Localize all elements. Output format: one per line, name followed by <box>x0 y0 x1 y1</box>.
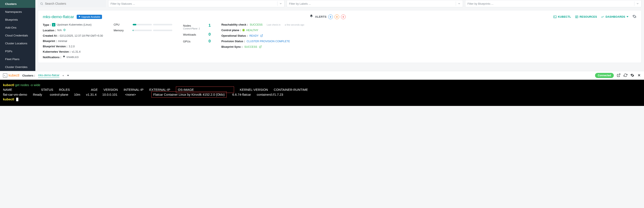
workloads-value: 0 <box>208 32 211 37</box>
cell-age: 10m <box>74 93 80 96</box>
svg-rect-2 <box>554 16 556 18</box>
k8s-version-value: v1.31.4 <box>72 50 80 53</box>
sidebar-item-cluster-overrides[interactable]: Cluster Overrides <box>0 63 35 71</box>
location-value: N/A <box>57 29 62 32</box>
type-value: Upstream Kubernetes (Linux) <box>57 23 91 26</box>
sidebar-item-cloud-credentials[interactable]: Cloud Credentials <box>0 32 35 40</box>
caret-down-icon[interactable] <box>67 75 69 77</box>
settings-button[interactable] <box>632 14 636 19</box>
settings-button[interactable] <box>630 73 634 78</box>
crosshair-icon[interactable] <box>63 29 66 32</box>
cluster-card: mks-demo-flatcar Upgrade Available ALERT… <box>38 10 642 63</box>
resources-button[interactable]: RESOURCES <box>575 15 597 19</box>
sidebar-item-addons[interactable]: Add-Ons <box>0 24 35 32</box>
terminal[interactable]: kubectl get nodes -o wide NAME STATUS RO… <box>0 80 644 106</box>
resources-button-label: RESOURCES <box>580 15 597 18</box>
cpu-bar <box>133 24 152 25</box>
terminal-prompt: kubectl <box>3 83 14 87</box>
filter-blueprints-label: Filter by Blueprints ... <box>468 2 494 5</box>
sidebar-item-namespaces[interactable]: Namespaces <box>0 8 35 16</box>
memory-track <box>153 30 172 31</box>
col-runtime: CONTAINER-RUNTIME <box>274 88 308 91</box>
filter-statuses[interactable]: Filter by Statuses ... <box>108 0 284 7</box>
alerts-warn-count[interactable]: 0 <box>334 15 339 19</box>
cluster-selector[interactable]: mks-demo-flatcar <box>38 74 60 77</box>
bell-icon <box>78 16 80 18</box>
chart-icon <box>601 15 604 19</box>
external-link-icon[interactable] <box>260 34 263 37</box>
sidebar-item-blueprints[interactable]: Blueprints <box>0 16 35 24</box>
refresh-button[interactable] <box>624 73 628 78</box>
filter-labels-label: Filter by Labels ... <box>289 2 311 5</box>
close-button[interactable] <box>637 73 641 78</box>
sidebar: Clusters Namespaces Blueprints Add-Ons C… <box>0 0 35 71</box>
col-intip: INTERNAL-IP <box>124 88 143 91</box>
gpus-value: 0 <box>208 39 211 44</box>
filter-labels[interactable]: Filter by Labels ... <box>287 0 463 7</box>
cell-extip: <none> <box>125 93 136 96</box>
sidebar-item-clusters[interactable]: Clusters <box>0 0 35 8</box>
chevron-down-icon <box>458 2 461 5</box>
cluster-name[interactable]: mks-demo-flatcar <box>43 15 74 19</box>
col-version: VERSION <box>104 88 118 91</box>
svg-point-0 <box>41 3 42 5</box>
connected-badge: Connected <box>595 73 614 78</box>
sidebar-item-fleet-plans[interactable]: Fleet Plans <box>0 55 35 63</box>
terminal-command: get nodes -o wide <box>14 83 40 87</box>
sync-value: SUCCESS <box>244 45 257 48</box>
dashboards-button-label: DASHBOARDS <box>606 15 625 18</box>
terminal-cursor <box>16 98 18 101</box>
usage-column: CPU Memory <box>114 23 172 59</box>
external-link-icon[interactable] <box>259 45 262 48</box>
location-label: Location : <box>43 29 56 32</box>
created-label: Created At : <box>43 34 58 37</box>
upgrade-available-badge[interactable]: Upgrade Available <box>77 15 102 19</box>
chevron-down-icon <box>279 2 282 5</box>
filter-statuses-label: Filter by Statuses ... <box>110 2 135 5</box>
reach-sub2: a few seconds ago <box>285 24 304 26</box>
kubectl-brand-text: kubectl <box>8 74 20 77</box>
col-name: NAME <box>3 88 12 91</box>
filter-blueprints[interactable]: Filter by Blueprints ... <box>465 0 642 7</box>
nodes-label: Nodes <box>183 24 200 27</box>
sidebar-item-cluster-locations[interactable]: Cluster Locations <box>0 40 35 47</box>
cell-runtime: containerd://1.7.23 <box>256 93 283 96</box>
bp-version-label: Blueprint Version : <box>43 45 68 48</box>
add-cluster-button[interactable]: + <box>62 74 64 77</box>
chevron-down-icon <box>636 2 639 5</box>
search-clusters[interactable] <box>38 0 106 7</box>
alerts-crit-count[interactable]: 0 <box>341 15 346 19</box>
workloads-label: Workloads <box>183 33 196 36</box>
notifications-value: ENABLED <box>67 56 79 58</box>
memory-label: Memory <box>114 29 126 32</box>
dashboards-button[interactable]: DASHBOARDS <box>601 15 628 19</box>
control-plane-label: Control plane : <box>221 29 241 32</box>
bp-version-value: 3.2.0 <box>69 45 75 48</box>
cpu-label: CPU <box>114 23 126 26</box>
operational-value: READY <box>250 34 258 37</box>
caret-down-icon <box>626 16 628 18</box>
cell-roles: control-plane <box>50 93 68 96</box>
status-dot-icon <box>242 29 244 31</box>
cell-status: Ready <box>33 93 42 96</box>
gear-icon <box>632 14 636 19</box>
open-external-button[interactable] <box>617 73 620 78</box>
status-column: Reachability check : SUCCESS Last check-… <box>221 23 304 59</box>
alerts-block: ALERTS 0 0 0 <box>310 14 346 19</box>
sidebar-item-psps[interactable]: PSPs <box>0 47 35 55</box>
col-kernel: KERNEL-VERSION <box>240 88 268 91</box>
operational-label: Operational Status : <box>221 34 248 37</box>
search-input[interactable] <box>45 2 104 5</box>
reachability-label: Reachability check : <box>221 23 248 26</box>
kubectl-brand: >_ kubectl <box>3 73 20 78</box>
k8s-icon: ⎈ <box>52 23 55 27</box>
kubectl-button[interactable]: KUBECTL <box>553 15 571 19</box>
alerts-info-count[interactable]: 0 <box>328 15 333 19</box>
blueprint-label: Blueprint : <box>43 40 57 43</box>
col-roles: ROLES <box>59 88 70 91</box>
kubectl-button-label: KUBECTL <box>558 15 571 18</box>
cell-intip: 10.0.0.101 <box>102 93 117 96</box>
cpu-track <box>153 24 172 25</box>
cell-name: flat-car-vm-demo <box>3 93 27 96</box>
alerts-label: ALERTS <box>315 15 326 18</box>
